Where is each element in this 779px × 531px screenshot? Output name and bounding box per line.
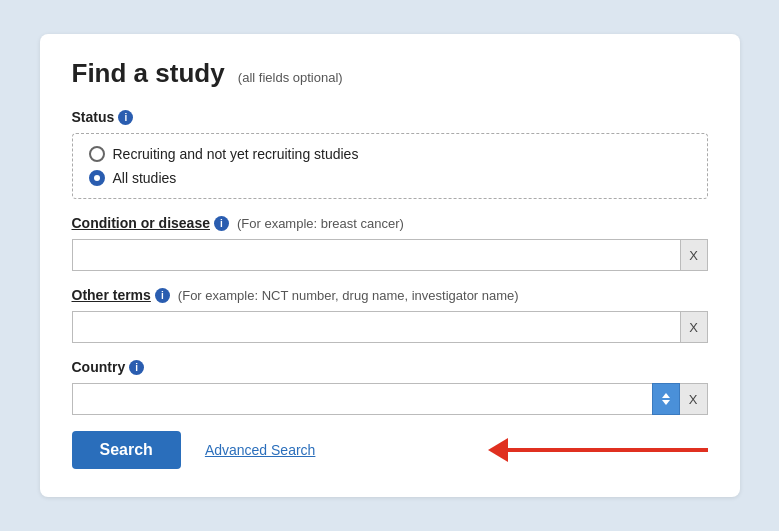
condition-input[interactable] xyxy=(72,239,680,271)
title-subtitle: (all fields optional) xyxy=(238,70,343,85)
country-select-wrapper xyxy=(72,383,652,415)
search-button[interactable]: Search xyxy=(72,431,181,469)
condition-section: Condition or disease i (For example: bre… xyxy=(72,215,708,271)
other-terms-section: Other terms i (For example: NCT number, … xyxy=(72,287,708,343)
arrow-line xyxy=(508,448,708,452)
card-title: Find a study (all fields optional) xyxy=(72,58,708,89)
country-section: Country i X xyxy=(72,359,708,415)
country-select[interactable] xyxy=(72,383,652,415)
other-terms-info-icon[interactable]: i xyxy=(155,288,170,303)
radio-all-circle xyxy=(89,170,105,186)
country-input-row: X xyxy=(72,383,708,415)
status-box: Recruiting and not yet recruiting studie… xyxy=(72,133,708,199)
radio-all[interactable]: All studies xyxy=(89,170,691,186)
country-info-icon[interactable]: i xyxy=(129,360,144,375)
condition-input-row: X xyxy=(72,239,708,271)
country-label-text: Country xyxy=(72,359,126,375)
condition-info-icon[interactable]: i xyxy=(214,216,229,231)
other-terms-input-row: X xyxy=(72,311,708,343)
other-terms-input[interactable] xyxy=(72,311,680,343)
arrow-down-icon xyxy=(662,400,670,405)
condition-label: Condition or disease i (For example: bre… xyxy=(72,215,708,231)
radio-recruiting-circle xyxy=(89,146,105,162)
other-terms-label-text: Other terms xyxy=(72,287,151,303)
country-label: Country i xyxy=(72,359,708,375)
other-terms-label: Other terms i (For example: NCT number, … xyxy=(72,287,708,303)
arrow-head-icon xyxy=(488,438,508,462)
other-terms-clear-button[interactable]: X xyxy=(680,311,708,343)
arrow-up-icon xyxy=(662,393,670,398)
advanced-search-link[interactable]: Advanced Search xyxy=(205,442,316,458)
other-terms-example: (For example: NCT number, drug name, inv… xyxy=(178,288,519,303)
status-section: Status i Recruiting and not yet recruiti… xyxy=(72,109,708,199)
radio-recruiting[interactable]: Recruiting and not yet recruiting studie… xyxy=(89,146,691,162)
condition-clear-button[interactable]: X xyxy=(680,239,708,271)
country-select-arrow[interactable] xyxy=(652,383,680,415)
radio-all-label: All studies xyxy=(113,170,177,186)
find-a-study-card: Find a study (all fields optional) Statu… xyxy=(40,34,740,497)
status-label: Status i xyxy=(72,109,708,125)
condition-label-text: Condition or disease xyxy=(72,215,210,231)
arrow-annotation xyxy=(488,438,708,462)
footer-row: Search Advanced Search xyxy=(72,431,708,469)
status-info-icon[interactable]: i xyxy=(118,110,133,125)
country-clear-button[interactable]: X xyxy=(680,383,708,415)
title-text: Find a study xyxy=(72,58,225,88)
radio-recruiting-label: Recruiting and not yet recruiting studie… xyxy=(113,146,359,162)
condition-example: (For example: breast cancer) xyxy=(237,216,404,231)
